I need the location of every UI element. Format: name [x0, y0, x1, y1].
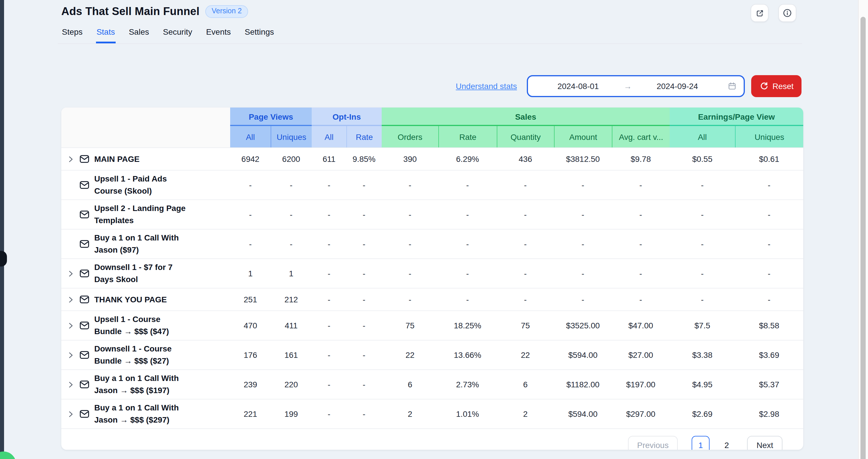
tab-events[interactable]: Events: [206, 27, 231, 43]
cell-sales-avg-cart: $27.00: [612, 350, 670, 360]
cell-optins-rate: -: [346, 269, 382, 278]
page-title: Ads That Sell Main Funnel: [61, 5, 199, 18]
cell-sales-avg-cart: -: [612, 181, 670, 190]
expand-chevron-right-icon[interactable]: [67, 270, 76, 277]
cell-sales-rate: -: [438, 239, 497, 249]
cell-pageviews-all: -: [230, 239, 271, 249]
reset-button-label: Reset: [772, 81, 794, 91]
step-name: Upsell 1 - Paid Ads Course (Skool): [94, 173, 167, 197]
cell-sales-avg-cart: -: [612, 239, 670, 249]
step-name: Downsell 1 - Course Bundle → $$$ ($27): [94, 343, 172, 367]
cell-pageviews-all: -: [230, 210, 271, 219]
previous-page-button[interactable]: Previous: [628, 436, 678, 450]
cell-earnings-uniques: -: [735, 269, 803, 278]
sidebar-handle[interactable]: [0, 251, 7, 266]
next-page-button[interactable]: Next: [747, 436, 782, 450]
scrollbar-track[interactable]: [858, 0, 868, 459]
step-name: Buy a 1 on 1 Call With Jason ($97): [94, 232, 179, 256]
table-row: Upsell 1 - Course Bundle → $$$ ($47) 470…: [61, 310, 803, 340]
cell-pageviews-all: 176: [230, 350, 271, 360]
start-date-value[interactable]: 2024-08-01: [533, 81, 624, 91]
cell-earnings-uniques: $8.58: [735, 321, 803, 330]
expand-chevron-right-icon[interactable]: [67, 322, 76, 329]
cell-earnings-all: -: [670, 181, 735, 190]
tab-security[interactable]: Security: [162, 27, 193, 43]
understand-stats-link[interactable]: Understand stats: [456, 81, 517, 91]
scrollbar-thumb[interactable]: [861, 17, 866, 459]
cell-sales-avg-cart: $197.00: [612, 380, 670, 389]
col-header-pageviews-all: All: [230, 126, 271, 147]
reset-button[interactable]: Reset: [751, 75, 802, 97]
expand-chevron-right-icon[interactable]: [67, 155, 76, 163]
cell-pageviews-uniques: -: [271, 181, 312, 190]
table-row: MAIN PAGE 6942 6200 611 9.85% 390 6.29% …: [61, 147, 803, 170]
date-range-arrow-icon: →: [624, 81, 632, 91]
cell-sales-quantity: -: [497, 210, 554, 219]
cell-sales-amount: $594.00: [554, 350, 612, 360]
col-header-earnings-all: All: [670, 126, 735, 147]
cell-pageviews-uniques: 161: [271, 350, 312, 360]
tab-sales[interactable]: Sales: [128, 27, 150, 43]
cell-sales-amount: $3812.50: [554, 154, 612, 164]
col-header-sales-quantity: Quantity: [497, 126, 554, 147]
cell-earnings-uniques: $3.69: [735, 350, 803, 360]
envelope-icon: [79, 409, 90, 419]
header-actions: [751, 4, 796, 22]
cell-optins-all: -: [312, 409, 346, 419]
cell-pageviews-all: 470: [230, 321, 271, 330]
cell-sales-rate: -: [438, 295, 497, 304]
version-badge: Version 2: [205, 5, 248, 18]
step-name-cell: Buy a 1 on 1 Call With Jason → $$$ ($197…: [61, 370, 230, 399]
expand-chevron-right-icon[interactable]: [67, 381, 76, 388]
cell-earnings-uniques: -: [735, 181, 803, 190]
cell-sales-amount: -: [554, 295, 612, 304]
cell-sales-rate: 18.25%: [438, 321, 497, 330]
step-name-cell: Buy a 1 on 1 Call With Jason ($97): [61, 230, 230, 258]
cell-sales-orders: 2: [382, 409, 438, 419]
col-header-sales-amount: Amount: [554, 126, 612, 147]
page-2-button[interactable]: 2: [718, 436, 736, 450]
envelope-icon: [79, 154, 90, 164]
info-button[interactable]: [778, 4, 796, 22]
calendar-icon: [727, 81, 737, 91]
cell-pageviews-uniques: 212: [271, 295, 312, 304]
col-header-optins-all: All: [312, 126, 346, 147]
cell-pageviews-all: 239: [230, 380, 271, 389]
cell-earnings-all: $7.5: [670, 321, 735, 330]
cell-sales-avg-cart: $297.00: [612, 409, 670, 419]
page-1-button[interactable]: 1: [692, 436, 710, 450]
tab-steps[interactable]: Steps: [61, 27, 83, 43]
tab-settings[interactable]: Settings: [244, 27, 274, 43]
table-group-header-row: Page Views Opt-Ins Sales Earnings/Page V…: [61, 107, 803, 126]
date-range-picker[interactable]: 2024-08-01 → 2024-09-24: [527, 75, 745, 97]
cell-sales-avg-cart: -: [612, 269, 670, 278]
cell-earnings-all: $3.38: [670, 350, 735, 360]
cell-sales-amount: $3525.00: [554, 321, 612, 330]
cell-optins-rate: -: [346, 321, 382, 330]
step-name-cell: THANK YOU PAGE: [61, 291, 230, 308]
cell-pageviews-all: 251: [230, 295, 271, 304]
cell-sales-orders: -: [382, 239, 438, 249]
table-row: Upsell 1 - Paid Ads Course (Skool) - - -…: [61, 170, 803, 199]
cell-sales-amount: -: [554, 181, 612, 190]
cell-sales-rate: -: [438, 210, 497, 219]
step-name-cell: Upsell 1 - Course Bundle → $$$ ($47): [61, 311, 230, 340]
cell-sales-quantity: 6: [497, 380, 554, 389]
cell-optins-all: -: [312, 295, 346, 304]
tab-stats[interactable]: Stats: [96, 27, 116, 43]
open-external-button[interactable]: [751, 4, 769, 22]
cell-sales-rate: 1.01%: [438, 409, 497, 419]
cell-earnings-all: $0.55: [670, 154, 735, 164]
cell-optins-rate: -: [346, 350, 382, 360]
pagination: Previous 1 2 Next: [61, 428, 803, 450]
chat-bubble-button[interactable]: [0, 452, 16, 459]
table-row: Buy a 1 on 1 Call With Jason → $$$ ($197…: [61, 369, 803, 399]
col-header-earnings-uniques: Uniques: [735, 126, 803, 147]
envelope-icon: [79, 320, 90, 331]
expand-chevron-right-icon[interactable]: [67, 296, 76, 303]
expand-chevron-right-icon[interactable]: [67, 410, 76, 418]
end-date-value[interactable]: 2024-09-24: [632, 81, 723, 91]
group-header-earnings: Earnings/Page View: [670, 107, 803, 126]
cell-optins-rate: 9.85%: [346, 154, 382, 164]
expand-chevron-right-icon[interactable]: [67, 351, 76, 359]
